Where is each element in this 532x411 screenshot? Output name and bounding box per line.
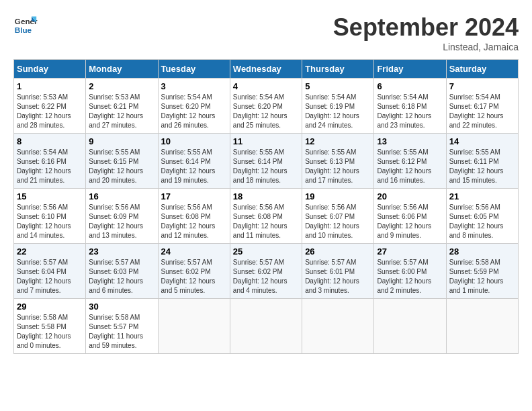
day-cell-14: 14Sunrise: 5:55 AM Sunset: 6:11 PM Dayli… <box>446 134 518 189</box>
day-info: Sunrise: 5:57 AM Sunset: 6:02 PM Dayligh… <box>161 258 227 295</box>
day-number: 17 <box>161 191 227 201</box>
day-info: Sunrise: 5:56 AM Sunset: 6:07 PM Dayligh… <box>305 203 371 240</box>
day-cell-20: 20Sunrise: 5:56 AM Sunset: 6:06 PM Dayli… <box>374 189 446 244</box>
day-number: 21 <box>449 191 515 201</box>
day-number: 14 <box>449 136 515 146</box>
day-cell-17: 17Sunrise: 5:56 AM Sunset: 6:08 PM Dayli… <box>158 189 230 244</box>
day-cell-7: 7Sunrise: 5:54 AM Sunset: 6:17 PM Daylig… <box>446 79 518 134</box>
day-number: 28 <box>449 246 515 257</box>
month-title: September 2024 <box>333 13 519 42</box>
day-info: Sunrise: 5:58 AM Sunset: 5:58 PM Dayligh… <box>17 313 83 351</box>
day-info: Sunrise: 5:54 AM Sunset: 6:19 PM Dayligh… <box>305 93 371 130</box>
day-cell-2: 2Sunrise: 5:53 AM Sunset: 6:21 PM Daylig… <box>86 79 158 134</box>
day-cell-11: 11Sunrise: 5:55 AM Sunset: 6:14 PM Dayli… <box>230 134 302 189</box>
day-info: Sunrise: 5:55 AM Sunset: 6:14 PM Dayligh… <box>233 148 299 185</box>
day-number: 16 <box>89 191 154 201</box>
day-info: Sunrise: 5:58 AM Sunset: 5:59 PM Dayligh… <box>449 258 515 295</box>
day-number: 2 <box>89 81 154 91</box>
day-number: 18 <box>233 191 299 201</box>
day-info: Sunrise: 5:57 AM Sunset: 6:03 PM Dayligh… <box>89 258 154 295</box>
day-number: 22 <box>17 246 83 257</box>
day-cell-1: 1Sunrise: 5:53 AM Sunset: 6:22 PM Daylig… <box>14 79 86 134</box>
empty-cell <box>230 299 302 354</box>
empty-cell <box>158 299 230 354</box>
day-info: Sunrise: 5:54 AM Sunset: 6:20 PM Dayligh… <box>161 93 227 130</box>
calendar-table: SundayMondayTuesdayWednesdayThursdayFrid… <box>13 59 519 354</box>
day-info: Sunrise: 5:57 AM Sunset: 6:02 PM Dayligh… <box>233 258 299 295</box>
day-number: 9 <box>89 136 154 146</box>
day-info: Sunrise: 5:54 AM Sunset: 6:16 PM Dayligh… <box>17 148 83 185</box>
empty-cell <box>446 299 518 354</box>
day-number: 4 <box>233 81 299 91</box>
day-cell-5: 5Sunrise: 5:54 AM Sunset: 6:19 PM Daylig… <box>302 79 374 134</box>
logo: General Blue <box>13 13 40 38</box>
svg-text:Blue: Blue <box>15 26 32 34</box>
day-number: 12 <box>305 136 371 146</box>
day-number: 23 <box>89 246 154 257</box>
day-cell-25: 25Sunrise: 5:57 AM Sunset: 6:02 PM Dayli… <box>230 244 302 299</box>
weekday-header-saturday: Saturday <box>446 60 518 79</box>
day-info: Sunrise: 5:55 AM Sunset: 6:11 PM Dayligh… <box>449 148 515 185</box>
title-block: September 2024 Linstead, Jamaica <box>333 13 519 52</box>
day-cell-22: 22Sunrise: 5:57 AM Sunset: 6:04 PM Dayli… <box>14 244 86 299</box>
day-number: 6 <box>377 81 443 91</box>
week-row-4: 22Sunrise: 5:57 AM Sunset: 6:04 PM Dayli… <box>14 244 519 299</box>
page-header: General Blue September 2024 Linstead, Ja… <box>13 13 519 52</box>
day-info: Sunrise: 5:56 AM Sunset: 6:06 PM Dayligh… <box>377 203 443 240</box>
day-info: Sunrise: 5:53 AM Sunset: 6:22 PM Dayligh… <box>17 93 83 130</box>
day-info: Sunrise: 5:56 AM Sunset: 6:10 PM Dayligh… <box>17 203 83 240</box>
day-info: Sunrise: 5:55 AM Sunset: 6:12 PM Dayligh… <box>377 148 443 185</box>
day-number: 30 <box>89 302 154 312</box>
day-info: Sunrise: 5:57 AM Sunset: 6:01 PM Dayligh… <box>305 258 371 295</box>
day-cell-30: 30Sunrise: 5:58 AM Sunset: 5:57 PM Dayli… <box>86 299 158 354</box>
day-number: 3 <box>161 81 227 91</box>
day-info: Sunrise: 5:56 AM Sunset: 6:08 PM Dayligh… <box>233 203 299 240</box>
day-number: 1 <box>17 81 83 91</box>
empty-cell <box>374 299 446 354</box>
day-number: 27 <box>377 246 443 257</box>
day-info: Sunrise: 5:56 AM Sunset: 6:09 PM Dayligh… <box>89 203 154 240</box>
day-info: Sunrise: 5:54 AM Sunset: 6:18 PM Dayligh… <box>377 93 443 130</box>
day-info: Sunrise: 5:54 AM Sunset: 6:20 PM Dayligh… <box>233 93 299 130</box>
day-cell-10: 10Sunrise: 5:55 AM Sunset: 6:14 PM Dayli… <box>158 134 230 189</box>
day-info: Sunrise: 5:57 AM Sunset: 6:04 PM Dayligh… <box>17 258 83 295</box>
day-info: Sunrise: 5:58 AM Sunset: 5:57 PM Dayligh… <box>89 313 154 351</box>
weekday-header-wednesday: Wednesday <box>230 60 302 79</box>
location: Linstead, Jamaica <box>333 42 519 52</box>
day-info: Sunrise: 5:53 AM Sunset: 6:21 PM Dayligh… <box>89 93 154 130</box>
day-info: Sunrise: 5:55 AM Sunset: 6:14 PM Dayligh… <box>161 148 227 185</box>
weekday-header-friday: Friday <box>374 60 446 79</box>
logo-icon: General Blue <box>13 13 38 38</box>
day-number: 7 <box>449 81 515 91</box>
day-number: 26 <box>305 246 371 257</box>
weekday-header-tuesday: Tuesday <box>158 60 230 79</box>
day-info: Sunrise: 5:55 AM Sunset: 6:15 PM Dayligh… <box>89 148 154 185</box>
day-cell-9: 9Sunrise: 5:55 AM Sunset: 6:15 PM Daylig… <box>86 134 158 189</box>
day-cell-8: 8Sunrise: 5:54 AM Sunset: 6:16 PM Daylig… <box>14 134 86 189</box>
day-cell-27: 27Sunrise: 5:57 AM Sunset: 6:00 PM Dayli… <box>374 244 446 299</box>
day-cell-24: 24Sunrise: 5:57 AM Sunset: 6:02 PM Dayli… <box>158 244 230 299</box>
weekday-header-thursday: Thursday <box>302 60 374 79</box>
day-cell-6: 6Sunrise: 5:54 AM Sunset: 6:18 PM Daylig… <box>374 79 446 134</box>
day-info: Sunrise: 5:55 AM Sunset: 6:13 PM Dayligh… <box>305 148 371 185</box>
week-row-2: 8Sunrise: 5:54 AM Sunset: 6:16 PM Daylig… <box>14 134 519 189</box>
day-cell-16: 16Sunrise: 5:56 AM Sunset: 6:09 PM Dayli… <box>86 189 158 244</box>
day-cell-29: 29Sunrise: 5:58 AM Sunset: 5:58 PM Dayli… <box>14 299 86 354</box>
day-cell-3: 3Sunrise: 5:54 AM Sunset: 6:20 PM Daylig… <box>158 79 230 134</box>
day-number: 13 <box>377 136 443 146</box>
day-number: 19 <box>305 191 371 201</box>
week-row-1: 1Sunrise: 5:53 AM Sunset: 6:22 PM Daylig… <box>14 79 519 134</box>
day-cell-23: 23Sunrise: 5:57 AM Sunset: 6:03 PM Dayli… <box>86 244 158 299</box>
day-cell-18: 18Sunrise: 5:56 AM Sunset: 6:08 PM Dayli… <box>230 189 302 244</box>
day-cell-21: 21Sunrise: 5:56 AM Sunset: 6:05 PM Dayli… <box>446 189 518 244</box>
week-row-3: 15Sunrise: 5:56 AM Sunset: 6:10 PM Dayli… <box>14 189 519 244</box>
day-info: Sunrise: 5:56 AM Sunset: 6:08 PM Dayligh… <box>161 203 227 240</box>
day-info: Sunrise: 5:57 AM Sunset: 6:00 PM Dayligh… <box>377 258 443 295</box>
day-number: 8 <box>17 136 83 146</box>
day-number: 15 <box>17 191 83 201</box>
day-number: 10 <box>161 136 227 146</box>
day-number: 5 <box>305 81 371 91</box>
weekday-header-monday: Monday <box>86 60 158 79</box>
day-cell-13: 13Sunrise: 5:55 AM Sunset: 6:12 PM Dayli… <box>374 134 446 189</box>
day-number: 20 <box>377 191 443 201</box>
